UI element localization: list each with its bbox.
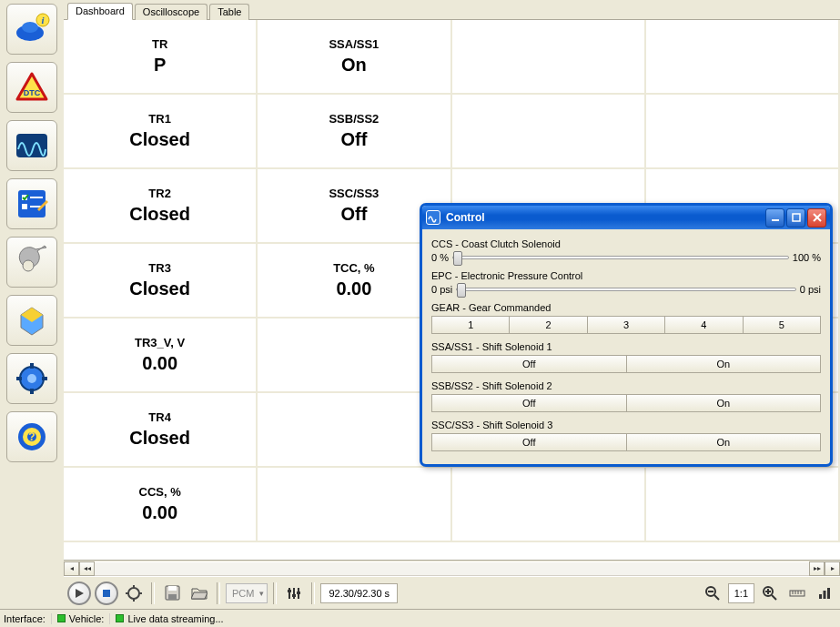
config-button[interactable]	[6, 353, 57, 404]
play-button[interactable]	[67, 581, 91, 605]
svg-rect-29	[133, 585, 135, 588]
svg-rect-19	[16, 377, 22, 380]
ss2-off-button[interactable]: Off	[431, 394, 627, 412]
gear-4-button[interactable]: 4	[665, 316, 743, 334]
vehicle-info-button[interactable]: i	[6, 4, 57, 55]
ccs-max: 100 %	[793, 252, 821, 263]
svg-text:DTC: DTC	[24, 88, 41, 97]
scroll-step-right-button[interactable]: ▸▸	[809, 561, 825, 576]
svg-point-28	[128, 588, 139, 599]
ccs-slider[interactable]	[452, 256, 789, 259]
epc-label: EPC - Electronic Pressure Control	[431, 270, 821, 281]
ruler-button[interactable]	[785, 581, 809, 605]
zoom-out-button[interactable]	[701, 581, 724, 605]
player-settings-button[interactable]	[122, 581, 146, 605]
sliders-button[interactable]	[282, 581, 306, 605]
svg-rect-35	[168, 594, 177, 600]
stop-button[interactable]	[95, 581, 118, 605]
svg-rect-32	[139, 592, 142, 594]
control-window-titlebar[interactable]: Control	[422, 206, 830, 229]
svg-rect-31	[126, 592, 128, 594]
scroll-track[interactable]	[95, 561, 809, 576]
dashboard-cell[interactable]	[452, 468, 646, 542]
dashboard-cell[interactable]: TRP	[64, 20, 258, 95]
ss2-on-button[interactable]: On	[627, 394, 822, 412]
cell-label: TCC, %	[333, 261, 375, 275]
svg-rect-41	[297, 592, 300, 594]
control-close-button[interactable]	[807, 208, 826, 228]
horizontal-scrollbar[interactable]: ◂ ◂◂ ▸▸ ▸	[64, 560, 840, 576]
dtc-button[interactable]: DTC	[6, 62, 57, 113]
gear-1-button[interactable]: 1	[431, 316, 510, 334]
cell-label: CCS, %	[139, 485, 181, 499]
svg-rect-40	[292, 594, 296, 597]
epc-slider[interactable]	[456, 288, 796, 291]
dashboard-cell[interactable]: TR2Closed	[64, 169, 258, 244]
svg-rect-55	[824, 591, 826, 599]
svg-rect-27	[103, 590, 110, 597]
scroll-step-left-button[interactable]: ◂◂	[79, 561, 95, 576]
svg-line-46	[772, 595, 776, 600]
dashboard-cell[interactable]	[452, 20, 646, 95]
module-combo[interactable]: PCM	[226, 583, 268, 603]
cell-label: SSA/SS1	[329, 37, 379, 51]
zoom-ratio: 1:1	[728, 583, 754, 603]
help-button[interactable]: ?	[6, 411, 57, 462]
open-button[interactable]	[187, 581, 211, 605]
tab-bar: Dashboard Oscilloscope Table	[64, 0, 840, 20]
dashboard-cell[interactable]: TR4Closed	[64, 393, 258, 468]
settings-button[interactable]	[6, 237, 57, 288]
gear-3-button[interactable]: 3	[588, 316, 665, 334]
dashboard-cell[interactable]: CCS, %0.00	[64, 468, 258, 542]
cell-value: Off	[340, 129, 367, 150]
dashboard-cell[interactable]	[646, 20, 840, 95]
cell-label: TR	[152, 37, 167, 51]
tab-oscilloscope[interactable]: Oscilloscope	[135, 4, 207, 20]
tab-table[interactable]: Table	[209, 4, 249, 20]
svg-marker-26	[76, 589, 84, 598]
ss2-label: SSB/SS2 - Shift Solenoid 2	[431, 380, 821, 391]
dashboard-cell[interactable]	[452, 95, 646, 169]
oscilloscope-button[interactable]	[6, 120, 57, 171]
svg-rect-58	[793, 214, 800, 221]
ss3-off-button[interactable]: Off	[431, 433, 627, 451]
cell-value: Off	[340, 204, 367, 225]
time-display: 92.30/92.30 s	[320, 583, 398, 603]
svg-rect-9	[22, 204, 27, 209]
svg-rect-17	[30, 363, 34, 369]
tab-dashboard[interactable]: Dashboard	[67, 3, 133, 20]
ss3-on-button[interactable]: On	[627, 433, 822, 451]
ss1-off-button[interactable]: Off	[431, 355, 627, 373]
zoom-in-button[interactable]	[758, 581, 782, 605]
control-window[interactable]: Control CCS - Coast Clutch Solenoid 0 % …	[420, 203, 833, 467]
cell-value: On	[341, 55, 367, 76]
control-minimize-button[interactable]	[765, 208, 784, 228]
dashboard-cell[interactable]: TR3Closed	[64, 244, 258, 319]
dashboard-cell[interactable]: TR1Closed	[64, 95, 258, 169]
cell-label: SSC/SS3	[329, 187, 379, 200]
firmware-button[interactable]	[6, 295, 57, 346]
control-window-body: CCS - Coast Clutch Solenoid 0 % 100 % EP…	[422, 229, 830, 464]
gear-2-button[interactable]: 2	[510, 316, 587, 334]
ccs-control-group: CCS - Coast Clutch Solenoid 0 % 100 %	[431, 238, 821, 263]
dashboard-cell[interactable]: SSA/SS1On	[258, 20, 451, 95]
cell-value: 0.00	[336, 278, 371, 299]
cell-label: TR3	[148, 261, 171, 275]
cell-value: 0.00	[142, 353, 177, 374]
dashboard-cell[interactable]: SSB/SS2Off	[258, 95, 451, 169]
scroll-forward-button[interactable]: ▸	[825, 561, 840, 576]
bars-button[interactable]	[813, 581, 836, 605]
dashboard-cell[interactable]	[258, 468, 451, 542]
ss1-label: SSA/SS1 - Shift Solenoid 1	[431, 341, 821, 352]
checklist-button[interactable]	[6, 178, 57, 229]
svg-rect-39	[288, 590, 291, 592]
ss2-control-group: SSB/SS2 - Shift Solenoid 2 Off On	[431, 380, 821, 412]
dashboard-cell[interactable]	[646, 95, 840, 169]
scroll-rewind-button[interactable]: ◂	[64, 561, 79, 576]
control-maximize-button[interactable]	[786, 208, 805, 228]
dashboard-cell[interactable]	[646, 468, 840, 542]
ss1-on-button[interactable]: On	[627, 355, 822, 373]
save-button[interactable]	[160, 581, 184, 605]
gear-5-button[interactable]: 5	[744, 316, 821, 334]
dashboard-cell[interactable]: TR3_V, V0.00	[64, 319, 258, 393]
